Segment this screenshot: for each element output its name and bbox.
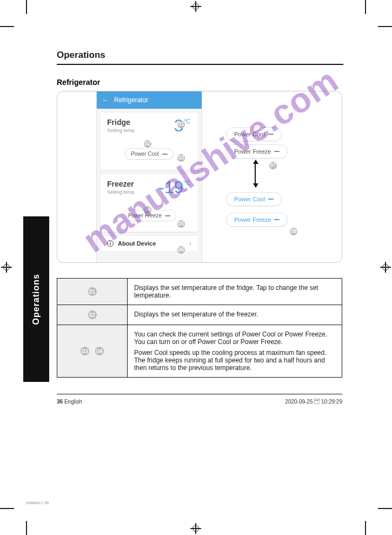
table-row: 01 Displays the set temperature of the f… [57, 279, 342, 305]
callout-04: 04 [144, 206, 151, 214]
footer-right: 2020-09-25 ؅ 10:29:29 [285, 399, 342, 405]
crop-mark [0, 508, 14, 509]
callout-01: 01 [177, 121, 185, 128]
registration-mark-icon [2, 263, 11, 272]
section-rule [57, 64, 343, 65]
table-row: 03 04 You can check the current settings… [57, 325, 342, 378]
cell-num: 01 [57, 279, 128, 305]
pill-label: Power Cool [234, 196, 265, 202]
detail-pill-power-cool-on: Power Cool [226, 192, 282, 206]
registration-mark-icon [191, 2, 200, 11]
crop-mark [378, 508, 392, 509]
cell-desc: Displays the set temperature of the frid… [128, 279, 342, 305]
detail-pill-power-freeze-on: Power Freeze [226, 213, 288, 227]
indesign-slug: Untitled-1 36 [26, 501, 49, 505]
info-icon: i [107, 240, 114, 247]
pill-label: Power Cool [234, 131, 265, 137]
crop-mark [378, 26, 392, 27]
detail-pill-power-cool-off: Power Cool [226, 127, 282, 141]
callout-05: 05 [177, 220, 185, 228]
freezer-temp: -19°C [158, 177, 190, 197]
about-label: About Device [118, 240, 156, 247]
callout-03: 03 [177, 154, 185, 162]
registration-mark-icon [191, 524, 200, 533]
callout-08: 08 [290, 228, 297, 235]
footer-lang: English [63, 399, 82, 405]
pill-label: Power Freeze [234, 216, 271, 223]
callout-num: 03 [81, 347, 89, 355]
freezer-temp-unit: °C [184, 180, 190, 186]
callout-06: 06 [177, 246, 185, 254]
subheading: Refrigerator [57, 78, 343, 87]
toggle-off-icon [274, 151, 280, 152]
callout-07: 07 [269, 162, 277, 169]
toggle-off-icon [165, 215, 170, 216]
footer-timestamp: 2020-09-25 ؅ 10:29:29 [285, 399, 342, 405]
crop-mark [26, 0, 27, 14]
callout-num: 04 [95, 347, 104, 355]
crop-mark [0, 26, 14, 27]
callout-02: 02 [144, 140, 151, 148]
footer-rule [57, 394, 342, 394]
power-cool-pill[interactable]: Power Cool [125, 148, 174, 160]
back-arrow-icon[interactable]: ← [102, 96, 109, 104]
feature-table: 01 Displays the set temperature of the f… [57, 278, 342, 378]
callout-num: 01 [88, 287, 97, 296]
crop-mark [365, 521, 366, 535]
page-footer: 36 English 2020-09-25 ؅ 10:29:29 [57, 399, 342, 405]
freezer-temp-value: -19 [158, 177, 183, 197]
side-tab: Operations [23, 216, 49, 382]
cell-line: Power Cool speeds up the cooling process… [134, 349, 335, 372]
crop-mark [365, 0, 366, 14]
cell-line: You can turn on or off Power Cool or Pow… [134, 338, 335, 346]
app-title: Refrigerator [114, 96, 148, 104]
toggle-off-icon [268, 134, 274, 135]
page-number: 36 [57, 399, 63, 405]
cell-desc: You can check the current settings of Po… [128, 325, 342, 378]
chevron-right-icon: › [189, 240, 191, 247]
cell-num: 03 04 [57, 325, 128, 378]
cell-num: 02 [57, 305, 128, 325]
cell-desc: Displays the set temperature of the free… [128, 305, 342, 325]
cell-line: You can check the current settings of Po… [134, 331, 335, 338]
double-arrow-icon [255, 161, 256, 187]
pill-label: Power Freeze [234, 148, 271, 155]
table-row: 02 Displays the set temperature of the f… [57, 305, 342, 325]
callout-num: 02 [88, 311, 97, 319]
power-cool-label: Power Cool [131, 151, 159, 157]
toggle-on-icon [274, 219, 280, 220]
toggle-off-icon [162, 154, 168, 155]
crop-mark [26, 521, 27, 535]
detail-pill-power-freeze-off: Power Freeze [226, 144, 288, 158]
phone-mock: ← Refrigerator Fridge Setting temp. 3°C … [96, 91, 202, 263]
app-bar: ← Refrigerator [97, 91, 202, 109]
illustration-card: ← Refrigerator Fridge Setting temp. 3°C … [57, 91, 342, 263]
side-tab-label: Operations [31, 274, 41, 325]
registration-mark-icon [381, 263, 390, 272]
toggle-on-icon [268, 199, 274, 200]
section-title: Operations [57, 50, 343, 61]
page-body: Operations Refrigerator ← Refrigerator F… [57, 50, 343, 405]
